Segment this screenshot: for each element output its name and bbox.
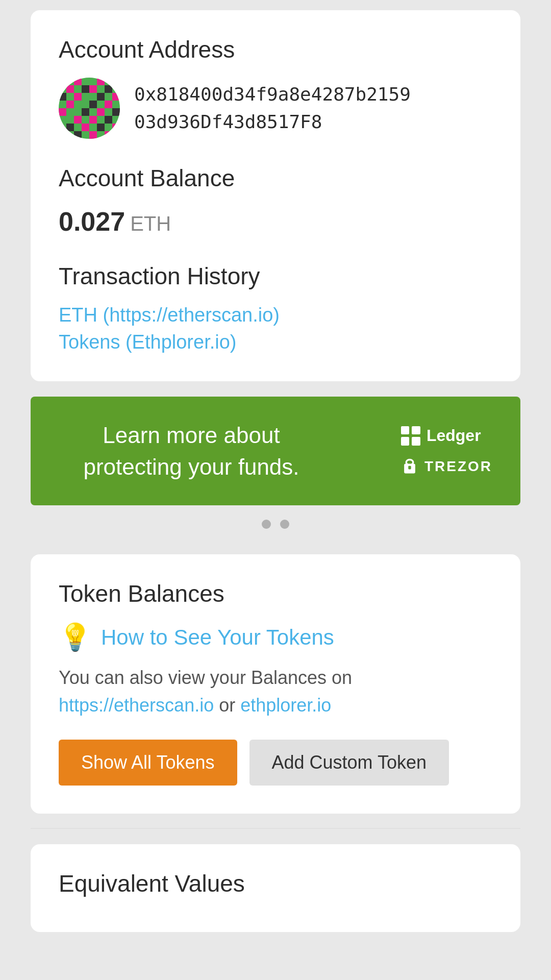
svg-rect-19 <box>112 108 120 116</box>
token-help-row: 💡 How to See Your Tokens <box>59 622 492 653</box>
svg-rect-1 <box>59 78 66 85</box>
trezor-label: TREZOR <box>424 458 492 475</box>
show-all-tokens-button[interactable]: Show All Tokens <box>59 740 237 786</box>
balance-unit: ETH <box>130 212 171 235</box>
svg-rect-23 <box>66 124 74 131</box>
etherscan-tx-link[interactable]: ETH (https://etherscan.io) <box>59 304 492 326</box>
svg-rect-11 <box>97 93 105 101</box>
etherscan-balance-link[interactable]: https://etherscan.io <box>59 695 214 716</box>
svg-rect-10 <box>74 93 82 101</box>
svg-rect-21 <box>89 116 97 124</box>
separator <box>31 828 520 829</box>
svg-rect-22 <box>105 116 112 124</box>
token-description: You can also view your Balances on https… <box>59 664 492 719</box>
svg-rect-14 <box>89 101 97 108</box>
svg-rect-32 <box>406 459 413 465</box>
token-balances-title: Token Balances <box>59 580 492 607</box>
svg-rect-20 <box>74 116 82 124</box>
account-address-title: Account Address <box>59 36 492 63</box>
svg-rect-5 <box>66 85 74 93</box>
equivalent-values-section: Equivalent Values <box>31 844 520 932</box>
account-address-row: 0x818400d34f9a8e4287b2159 03d936Df43d851… <box>59 78 492 139</box>
dot-1[interactable] <box>262 520 271 529</box>
svg-rect-2 <box>74 78 82 85</box>
token-balances-card: Token Balances 💡 How to See Your Tokens … <box>31 554 520 814</box>
svg-rect-26 <box>112 124 120 131</box>
trezor-icon <box>401 457 418 476</box>
balance-value: 0.027 <box>59 207 125 236</box>
ledger-icon <box>401 426 420 446</box>
svg-rect-3 <box>97 78 105 85</box>
ethplorer-tx-link[interactable]: Tokens (Ethplorer.io) <box>59 331 492 353</box>
banner-text: Learn more about protecting your funds. <box>59 420 324 482</box>
ethplorer-balance-link[interactable]: ethplorer.io <box>240 695 331 716</box>
ledger-label: Ledger <box>427 426 481 445</box>
svg-rect-33 <box>408 465 411 469</box>
svg-rect-12 <box>112 93 120 101</box>
svg-rect-8 <box>105 85 112 93</box>
hardware-wallet-banner[interactable]: Learn more about protecting your funds. … <box>31 397 520 505</box>
svg-rect-28 <box>74 131 82 139</box>
trezor-logo: TREZOR <box>401 457 492 476</box>
token-buttons: Show All Tokens Add Custom Token <box>59 740 492 786</box>
svg-rect-17 <box>82 108 89 116</box>
svg-rect-29 <box>89 131 97 139</box>
tx-links-container: ETH (https://etherscan.io) Tokens (Ethpl… <box>59 304 492 353</box>
address-line2: 03d936Df43d8517F8 <box>134 108 411 136</box>
token-desc-text: You can also view your Balances on <box>59 667 352 688</box>
equivalent-values-title: Equivalent Values <box>59 870 492 897</box>
tx-history-title: Transaction History <box>59 262 492 290</box>
svg-rect-6 <box>82 85 89 93</box>
svg-rect-25 <box>97 124 105 131</box>
svg-rect-7 <box>89 85 97 93</box>
avatar <box>59 78 120 139</box>
bulb-icon: 💡 <box>59 622 92 653</box>
how-to-see-tokens-link[interactable]: How to See Your Tokens <box>101 625 334 650</box>
svg-rect-27 <box>59 131 66 139</box>
svg-rect-16 <box>59 108 66 116</box>
token-desc-or: or <box>219 695 235 716</box>
svg-rect-4 <box>112 78 120 85</box>
ledger-logo: Ledger <box>401 426 481 446</box>
svg-rect-18 <box>97 108 105 116</box>
svg-rect-15 <box>105 101 112 108</box>
banner-logos: Ledger TREZOR <box>401 426 492 476</box>
account-card: Account Address <box>31 10 520 381</box>
svg-rect-13 <box>66 101 74 108</box>
balance-display: 0.027ETH <box>59 206 492 237</box>
account-address-text: 0x818400d34f9a8e4287b2159 03d936Df43d851… <box>134 81 411 136</box>
svg-rect-30 <box>105 131 112 139</box>
add-custom-token-button[interactable]: Add Custom Token <box>249 740 449 786</box>
address-line1: 0x818400d34f9a8e4287b2159 <box>134 81 411 108</box>
carousel-dots <box>262 520 289 529</box>
dot-2[interactable] <box>280 520 289 529</box>
svg-rect-24 <box>82 124 89 131</box>
balance-title: Account Balance <box>59 164 492 192</box>
svg-rect-9 <box>59 93 66 101</box>
